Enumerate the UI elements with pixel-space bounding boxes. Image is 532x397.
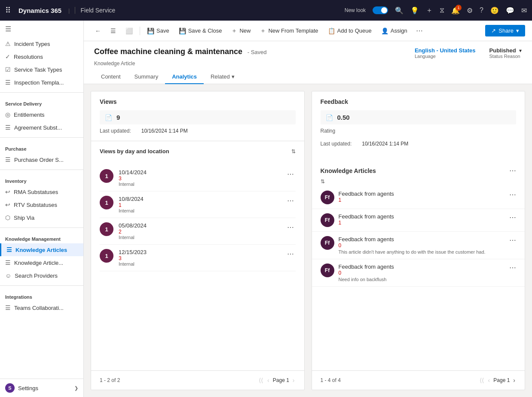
expand-icon: ⬜	[125, 27, 133, 34]
ka-score: 1	[339, 220, 505, 226]
related-chevron: ▾	[232, 73, 235, 80]
view-more-button[interactable]: ⋯	[285, 196, 296, 206]
new-button[interactable]: ＋ New	[227, 24, 255, 37]
sidebar-item-incident-types[interactable]: ⚠ Incident Types	[0, 37, 83, 50]
assign-button[interactable]: 👤 Assign	[377, 25, 412, 37]
ka-row-more-button[interactable]: ⋯	[509, 236, 516, 244]
ka-info: Feedback from agents 1	[339, 213, 505, 226]
more-button[interactable]: ⋯	[413, 24, 426, 37]
ka-row-more-button[interactable]: ⋯	[509, 191, 516, 199]
sidebar-label: Ship Via	[14, 215, 34, 221]
sidebar-item-knowledge-articles[interactable]: ☰ Knowledge Articles	[0, 243, 83, 256]
sidebar-item-rma[interactable]: ↩ RMA Substatuses	[0, 185, 83, 198]
nav-separator: |	[68, 7, 70, 14]
sidebar-divider-4	[0, 227, 83, 228]
tab-related[interactable]: Related ▾	[204, 70, 242, 84]
search-providers-icon: ☺	[5, 272, 11, 279]
back-button[interactable]: ←	[91, 25, 105, 37]
sidebar-label: RMA Substatuses	[14, 189, 58, 195]
settings-item[interactable]: S Settings ❯	[0, 379, 83, 397]
view-row: 1 12/15/2023 3 Internal ⋯	[100, 245, 296, 271]
view-count: 3	[119, 255, 280, 261]
views-page-range: 1 - 2 of 2	[100, 377, 120, 383]
view-avatar: 1	[100, 222, 113, 236]
sidebar-item-service-task-types[interactable]: ☑ Service Task Types	[0, 63, 83, 76]
ka-prev-page[interactable]: ‹	[487, 376, 491, 385]
views-last-updated-value: 10/16/2024 1:14 PM	[141, 128, 188, 134]
message-icon[interactable]: ✉	[521, 6, 527, 15]
help-icon[interactable]: ?	[480, 6, 483, 14]
status-chevron[interactable]: ▾	[519, 48, 522, 54]
ka-next-page[interactable]: ›	[512, 376, 516, 385]
save-close-label: Save & Close	[188, 27, 222, 34]
views-count: 9	[116, 114, 120, 121]
ka-first-page[interactable]: ⟨⟨	[479, 376, 485, 385]
ka-sort-icon[interactable]: ⇅	[321, 179, 325, 185]
language-label[interactable]: English - United States	[415, 47, 476, 54]
add-icon[interactable]: ＋	[426, 6, 433, 15]
list-view-button[interactable]: ☰	[106, 25, 120, 37]
sidebar-item-knowledge-article-types[interactable]: ☰ Knowledge Article...	[0, 256, 83, 269]
article-meta-right: English - United States Language Publish…	[415, 47, 522, 59]
views-prev-page[interactable]: ‹	[266, 376, 270, 385]
view-count: 2	[119, 229, 280, 235]
bell-icon[interactable]: 🔔1	[451, 6, 460, 15]
views-panel: Views 📄 9 Last updated: 10/16/2024 1:14 …	[91, 91, 305, 390]
filter-icon[interactable]: ⧖	[440, 6, 444, 14]
sidebar-item-inspection[interactable]: ☰ Inspection Templa...	[0, 76, 83, 89]
face-icon[interactable]: 🙂	[490, 6, 499, 15]
sidebar-divider-3	[0, 170, 83, 170]
ka-info: Feedback from agents 0 This article didn…	[339, 236, 505, 255]
sidebar-item-purchase-order[interactable]: ☰ Purchase Order S...	[0, 153, 83, 166]
save-close-button[interactable]: 💾 Save & Close	[174, 25, 226, 37]
sidebar-item-teams[interactable]: ☰ Teams Collaborati...	[0, 301, 83, 314]
sidebar-bottom: S Settings ❯	[0, 379, 83, 397]
views-first-page[interactable]: ⟨⟨	[258, 376, 264, 385]
gear-icon[interactable]: ⚙	[467, 6, 473, 15]
sidebar-item-search-providers[interactable]: ☺ Search Providers	[0, 269, 83, 282]
tab-summary[interactable]: Summary	[128, 70, 165, 84]
sidebar-item-agreement[interactable]: ☰ Agreement Subst...	[0, 121, 83, 134]
chat-icon[interactable]: 💬	[506, 6, 514, 15]
views-next-page[interactable]: ›	[292, 376, 296, 385]
purchase-icon: ☰	[5, 156, 11, 163]
search-icon[interactable]: 🔍	[395, 6, 404, 15]
sort-icon[interactable]: ⇅	[291, 148, 296, 155]
main-content: ← ☰ ⬜ 💾 Save 💾 Save & Close ＋ New ＋	[84, 21, 532, 397]
sidebar-item-ship-via[interactable]: ⬡ Ship Via	[0, 211, 83, 224]
add-to-queue-button[interactable]: 📋 Add to Queue	[324, 25, 376, 37]
bell-badge: 1	[456, 5, 462, 11]
ka-score: 0	[339, 270, 505, 276]
waffle-icon[interactable]: ⠿	[5, 6, 11, 15]
ka-more-button[interactable]: ⋯	[509, 167, 516, 175]
view-count: 1	[119, 202, 280, 208]
share-button[interactable]: ↗ Share ▾	[485, 25, 525, 36]
ka-avatar: Ff	[321, 236, 334, 250]
lightbulb-icon[interactable]: 💡	[410, 6, 419, 15]
sidebar-label: RTV Substatuses	[14, 202, 57, 208]
ka-row-more-button[interactable]: ⋯	[509, 264, 516, 272]
share-chevron: ▾	[516, 27, 519, 34]
new-look-toggle[interactable]	[373, 6, 388, 14]
view-more-button[interactable]: ⋯	[285, 169, 296, 179]
settings-avatar: S	[5, 383, 15, 393]
expand-button[interactable]: ⬜	[121, 25, 137, 37]
language-sublabel: Language	[415, 54, 476, 59]
save-button[interactable]: 💾 Save	[143, 25, 174, 37]
tab-analytics[interactable]: Analytics	[165, 70, 204, 84]
sidebar-item-rtv[interactable]: ↩ RTV Substatuses	[0, 198, 83, 211]
status-label: Published	[489, 47, 516, 54]
app-name: Field Service	[75, 7, 115, 14]
ka-row-more-button[interactable]: ⋯	[509, 213, 516, 221]
sidebar-toggle[interactable]: ☰	[0, 21, 83, 37]
back-icon: ←	[95, 27, 101, 34]
sidebar-item-entitlements[interactable]: ◎ Entitlements	[0, 108, 83, 121]
tab-content[interactable]: Content	[94, 70, 128, 84]
sidebar-label: Search Providers	[15, 273, 58, 279]
new-from-template-button[interactable]: ＋ New From Template	[256, 24, 322, 37]
view-more-button[interactable]: ⋯	[285, 249, 296, 259]
inspection-icon: ☰	[5, 79, 11, 86]
sidebar-item-resolutions[interactable]: ✓ Resolutions	[0, 50, 83, 63]
template-icon: ＋	[260, 27, 266, 35]
view-more-button[interactable]: ⋯	[285, 222, 296, 232]
